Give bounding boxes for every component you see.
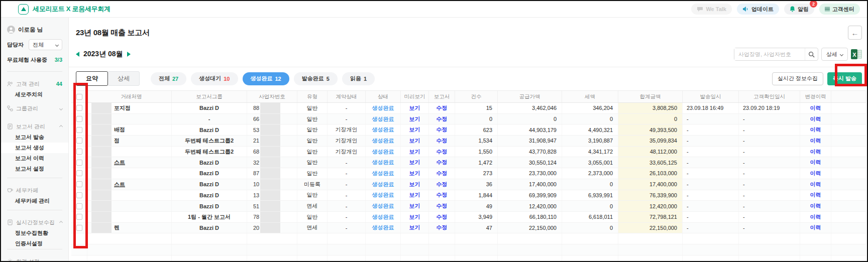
history-link[interactable]: 이력: [810, 181, 821, 188]
filter-created[interactable]: 생성완료12: [243, 72, 289, 85]
row-checkbox[interactable]: [76, 225, 82, 231]
history-link[interactable]: 이력: [810, 126, 821, 134]
edit-report-link[interactable]: 수정: [437, 148, 448, 156]
wetalk-button[interactable]: We Talk: [691, 4, 732, 15]
row-checkbox[interactable]: [76, 138, 82, 144]
user-profile[interactable]: 이로움 님: [1, 25, 68, 35]
sidebar-item-report-settings[interactable]: 보고서 설정: [1, 164, 68, 174]
history-link[interactable]: 이력: [810, 137, 821, 145]
history-link[interactable]: 이력: [810, 202, 821, 210]
status-link[interactable]: 생성완료: [372, 191, 394, 199]
status-link[interactable]: 생성완료: [372, 202, 394, 210]
edit-report-link[interactable]: 수정: [437, 104, 448, 112]
history-link[interactable]: 이력: [810, 213, 821, 221]
status-link[interactable]: 생성완료: [372, 159, 394, 166]
status-link[interactable]: 생성완료: [372, 224, 394, 231]
sidebar-item-certificate-settings[interactable]: 인증서설정: [1, 238, 68, 249]
history-link[interactable]: 이력: [810, 159, 821, 166]
sidebar-item-realtime-collection[interactable]: 실시간정보수집: [1, 217, 68, 228]
edit-report-link[interactable]: 수정: [437, 181, 448, 188]
app-logo[interactable]: 세모리포트 X 로움세무회계: [18, 4, 111, 15]
sidebar-item-report-management[interactable]: 보고서 관리: [1, 121, 68, 132]
next-month-button[interactable]: [127, 52, 131, 57]
preview-link[interactable]: 보기: [409, 137, 420, 145]
notifications-button[interactable]: 알림 2: [784, 4, 814, 15]
preview-link[interactable]: 보기: [409, 224, 420, 231]
preview-link[interactable]: 보기: [409, 213, 420, 221]
row-checkbox[interactable]: [76, 192, 82, 198]
preview-link[interactable]: 보기: [409, 202, 420, 210]
preview-link[interactable]: 보기: [409, 191, 420, 199]
sidebar-item-semo-doctor[interactable]: 세모주치의: [1, 89, 68, 100]
tab-summary[interactable]: 요약: [76, 71, 108, 86]
preview-link[interactable]: 보기: [409, 115, 420, 123]
filter-pending[interactable]: 생성대기10: [191, 72, 238, 85]
status-link[interactable]: 생성완료: [372, 104, 394, 112]
edit-report-link[interactable]: 수정: [437, 115, 448, 123]
history-link[interactable]: 이력: [810, 148, 821, 156]
status-link[interactable]: 생성완료: [372, 126, 394, 134]
preview-link[interactable]: 보기: [409, 181, 420, 188]
manager-select[interactable]: 전체: [29, 39, 62, 50]
row-checkbox[interactable]: [76, 160, 82, 166]
update-button[interactable]: 업데이트: [737, 4, 779, 15]
edit-report-link[interactable]: 수정: [437, 170, 448, 177]
edit-report-link[interactable]: 수정: [437, 191, 448, 199]
excel-export-button[interactable]: X: [851, 49, 862, 59]
edit-report-link[interactable]: 수정: [437, 126, 448, 134]
tab-detail[interactable]: 상세: [107, 71, 140, 86]
row-checkbox[interactable]: [76, 149, 82, 155]
history-link[interactable]: 이력: [810, 115, 821, 123]
status-link[interactable]: 생성완료: [372, 137, 394, 145]
send-now-button[interactable]: 즉시 발송: [827, 72, 862, 85]
sidebar-item-tax-cafe[interactable]: 세무카페: [1, 185, 68, 196]
filter-sent[interactable]: 발송완료5: [294, 72, 338, 85]
status-cell: 생성완료: [366, 124, 401, 135]
edit-report-link[interactable]: 수정: [437, 224, 448, 231]
row-checkbox[interactable]: [76, 203, 82, 209]
preview-link[interactable]: 보기: [409, 104, 420, 112]
history-link[interactable]: 이력: [810, 170, 821, 177]
realtime-collect-button[interactable]: 실시간 정보수집: [772, 72, 823, 85]
status-link[interactable]: 생성완료: [372, 148, 394, 156]
status-link[interactable]: 생성완료: [372, 181, 394, 188]
status-link[interactable]: 생성완료: [372, 170, 394, 177]
back-button[interactable]: ←: [848, 26, 862, 40]
status-link[interactable]: 생성완료: [372, 115, 394, 123]
search-icon[interactable]: [805, 48, 818, 60]
sidebar-item-customers[interactable]: 고객 관리 44: [1, 78, 68, 89]
customer-center-button[interactable]: 고객센터: [819, 4, 860, 15]
detail-filter-button[interactable]: 상세: [821, 48, 848, 61]
filter-read[interactable]: 읽음1: [342, 72, 375, 85]
row-checkbox[interactable]: [76, 116, 82, 122]
edit-report-link[interactable]: 수정: [437, 137, 448, 145]
edit-report-link[interactable]: 수정: [437, 159, 448, 166]
prev-month-button[interactable]: [76, 52, 79, 57]
edit-report-link[interactable]: 수정: [437, 213, 448, 221]
sidebar-item-report-create[interactable]: 보고서 생성: [1, 143, 68, 153]
history-link[interactable]: 이력: [810, 224, 821, 231]
filter-all[interactable]: 전체27: [151, 72, 186, 85]
history-link[interactable]: 이력: [810, 104, 821, 112]
search-input[interactable]: [734, 48, 805, 60]
sidebar-item-report-send[interactable]: 보고서 발송: [1, 132, 68, 143]
filler-cell: [831, 114, 866, 124]
preview-link[interactable]: 보기: [409, 170, 420, 177]
row-checkbox[interactable]: [76, 170, 82, 176]
row-checkbox[interactable]: [76, 214, 82, 220]
preview-link[interactable]: 보기: [409, 126, 420, 134]
row-checkbox[interactable]: [76, 127, 82, 133]
preview-link[interactable]: 보기: [409, 148, 420, 156]
sidebar-item-collection-status[interactable]: 정보수집현황: [1, 228, 68, 238]
history-link[interactable]: 이력: [810, 191, 821, 199]
sidebar-item-report-history[interactable]: 보고서 이력: [1, 153, 68, 164]
preview-link[interactable]: 보기: [409, 159, 420, 166]
edit-report-link[interactable]: 수정: [437, 202, 448, 210]
sidebar-item-group-management[interactable]: 그룹관리: [1, 103, 68, 114]
status-link[interactable]: 생성완료: [372, 213, 394, 221]
sidebar-item-environment-settings[interactable]: 환경 설정: [1, 256, 68, 262]
sidebar-item-tax-cafe-management[interactable]: 세무카페 관리: [1, 196, 68, 206]
row-checkbox[interactable]: [76, 105, 82, 111]
select-all-checkbox[interactable]: [76, 94, 82, 100]
row-checkbox[interactable]: [76, 181, 82, 187]
